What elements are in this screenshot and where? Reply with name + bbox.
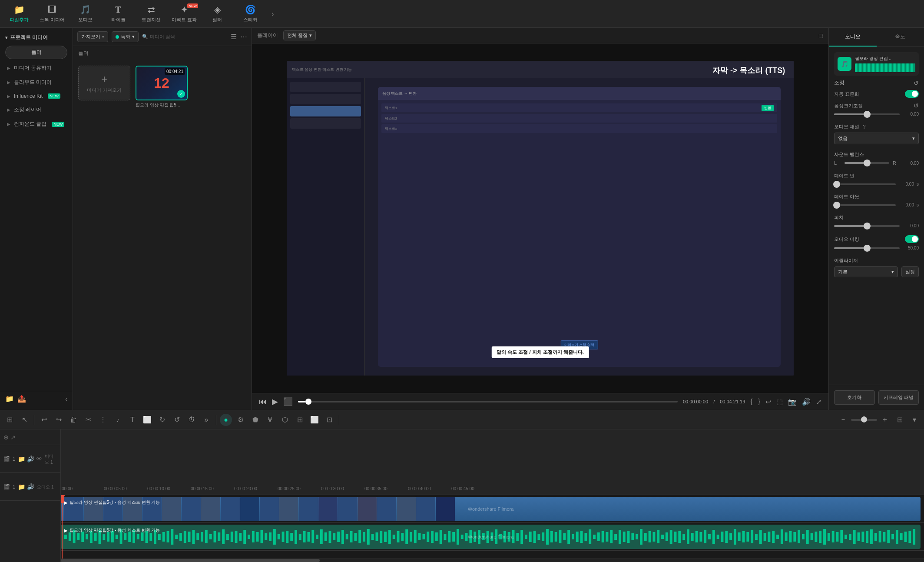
keyframe-btn[interactable]: 키프레임 패널 [878, 390, 919, 405]
toolbar-effects[interactable]: ✦ 이펙트 효과 NEW [169, 2, 200, 26]
stop-btn[interactable]: ⬛ [283, 397, 293, 406]
video-clip[interactable]: ▶ 필모라 영상 편집팁5강 - 음성 텍스트 변환 기능 Wondershar… [61, 497, 921, 521]
toolbar-title[interactable]: T 타이틀 [103, 2, 134, 26]
tab-audio[interactable]: 오디오 [829, 28, 877, 47]
tl-expand-btn[interactable]: ▾ [908, 414, 921, 426]
tl-rotate-btn[interactable]: ↻ [156, 414, 168, 426]
svg-rect-198 [908, 531, 911, 543]
toolbar-more-chevron[interactable]: › [268, 5, 278, 23]
import-dropdown[interactable]: 가져오기 ▾ [77, 31, 108, 42]
sim-panel-header: 음성 텍스트 → 변환 [378, 87, 781, 100]
tl-redo-btn[interactable]: ↪ [53, 414, 65, 426]
tl-select-btn[interactable]: ↖ [18, 414, 30, 426]
camera-icon[interactable]: 📷 [788, 398, 797, 406]
audio-channel-help[interactable]: ? [863, 124, 866, 130]
sidebar-item-adjustment[interactable]: ▶ 조정 레이어 [0, 103, 73, 117]
auto-normalize-toggle[interactable] [905, 90, 919, 98]
tl-grid-view-btn[interactable]: ⊞ [894, 414, 906, 426]
mark-out-icon[interactable]: } [758, 398, 760, 406]
tl-grid-btn[interactable]: ⊞ [3, 414, 16, 426]
sidebar-item-cloud[interactable]: ▶ 클라우드 미디어 [0, 75, 73, 90]
audio-track-volume-icon[interactable]: 🔊 [27, 483, 34, 490]
adjustment-reset-icon[interactable]: ↺ [914, 80, 919, 86]
tl-zoom-in-btn[interactable]: ＋ [879, 414, 891, 426]
ducking-slider[interactable] [834, 247, 900, 249]
volume-icon[interactable]: 🔊 [802, 398, 811, 406]
insert-icon[interactable]: ↩ [765, 398, 771, 406]
tl-more-btn[interactable]: » [200, 414, 212, 426]
record-chevron: ▾ [132, 34, 135, 40]
more-options-icon[interactable]: ⋯ [240, 33, 247, 41]
audio-clip[interactable]: ▶ 필모라 영상 편집팁5강 - 음성 텍스트 변환 기능 Wondershar… [61, 525, 921, 549]
video-track-eye-icon[interactable]: 👁 [36, 456, 42, 462]
fullscreen-icon[interactable]: ⬚ [818, 33, 823, 39]
filter-list-icon[interactable]: ☰ [231, 33, 237, 41]
audio-channel-dropdown[interactable]: 없음 ▾ [834, 133, 919, 144]
sidebar-import-icon[interactable]: 📤 [17, 395, 26, 403]
media-add-btn[interactable]: + 미디어 가져오기 [78, 66, 130, 100]
tl-split-btn[interactable]: ⋮ [97, 414, 109, 426]
balance-slider[interactable] [845, 162, 889, 164]
tl-multi-btn[interactable]: ⊞ [294, 414, 306, 426]
fade-out-slider[interactable] [834, 204, 896, 206]
tab-speed[interactable]: 속도 [877, 28, 924, 47]
progress-bar[interactable] [298, 401, 678, 402]
tl-undo-btn[interactable]: ↩ [38, 414, 50, 426]
video-track-volume-icon[interactable]: 🔊 [27, 456, 34, 462]
quality-dropdown[interactable]: 전체 품질 ▾ [283, 30, 316, 40]
eq-settings-btn[interactable]: 설정 [901, 266, 919, 277]
pitch-slider[interactable] [834, 225, 900, 227]
toolbar-sticker[interactable]: 🌀 스티커 [235, 2, 266, 26]
toolbar-stock-media[interactable]: 🎞 스톡 미디어 [36, 2, 68, 26]
snapshot-icon[interactable]: ⬚ [776, 398, 783, 406]
volume-slider[interactable] [834, 113, 900, 115]
sidebar-item-influence[interactable]: ▶ Influence Kit NEW [0, 90, 73, 103]
tl-clip-btn[interactable]: ⬡ [279, 414, 291, 426]
svg-rect-40 [235, 531, 238, 543]
tl-text-btn[interactable]: T [126, 414, 139, 426]
tl-cut-btn[interactable]: ✂ [82, 414, 94, 426]
toolbar-audio[interactable]: 🎵 오디오 [70, 2, 101, 26]
tl-crop-btn[interactable]: ⬜ [141, 414, 153, 426]
toolbar-filter[interactable]: ◈ 필터 [202, 2, 233, 26]
sidebar-collapse-btn[interactable]: ‹ [65, 396, 67, 402]
media-item-0[interactable]: 12 00:04:21 ✓ 필모라 영상 편집 팁5... [136, 66, 188, 108]
audio-track-folder-icon[interactable]: 📁 [18, 483, 25, 490]
tl-audio-btn[interactable]: ♪ [112, 414, 124, 426]
tl-reverse-btn[interactable]: ↺ [171, 414, 183, 426]
zoom-slider[interactable] [851, 419, 877, 421]
track-settings-icon[interactable]: ↗ [10, 434, 16, 441]
sidebar-item-compound[interactable]: ▶ 컴파운드 클립 NEW [0, 117, 73, 131]
tl-snap-btn[interactable]: ⊡ [323, 414, 335, 426]
skip-back-btn[interactable]: ⏮ [259, 397, 267, 406]
full-screen-icon[interactable]: ⤢ [816, 398, 821, 406]
mark-in-icon[interactable]: { [750, 398, 752, 406]
svg-rect-186 [858, 532, 860, 541]
tl-delete-btn[interactable]: 🗑 [67, 414, 79, 426]
timeline-scrollbar[interactable] [61, 559, 924, 562]
video-track-folder-icon[interactable]: 📁 [18, 456, 25, 462]
svg-rect-180 [832, 531, 835, 542]
toolbar-transition[interactable]: ⇄ 트랜지션 [136, 2, 167, 26]
reset-btn[interactable]: 초기화 [834, 390, 875, 405]
frame-12 [299, 497, 318, 521]
sidebar-folder-btn[interactable]: 폴더 [5, 46, 67, 59]
tl-marker-btn[interactable]: ⬟ [249, 414, 262, 426]
ducking-toggle[interactable] [905, 235, 919, 243]
fade-in-slider[interactable] [834, 183, 896, 185]
tl-effects-btn[interactable]: ⚙ [235, 414, 247, 426]
tl-play-head-btn[interactable]: ● [220, 414, 232, 426]
tl-zoom-out-btn[interactable]: － [837, 414, 849, 426]
add-track-icon[interactable]: ⊕ [3, 434, 9, 441]
toolbar-file-add[interactable]: 📁 파일추가 [3, 2, 35, 26]
record-btn[interactable]: 녹화 ▾ [112, 31, 139, 42]
tl-mic-btn[interactable]: 🎙 [264, 414, 276, 426]
tl-mask-btn[interactable]: ⬜ [308, 414, 321, 426]
timeline-scrollbar-thumb[interactable] [61, 559, 320, 562]
volume-reset-icon[interactable]: ↺ [914, 102, 919, 109]
eq-preset-dropdown[interactable]: 기본 ▾ [834, 266, 898, 277]
play-btn[interactable]: ▶ [272, 397, 278, 406]
tl-speed-btn[interactable]: ⏱ [185, 414, 198, 426]
sidebar-item-media-share[interactable]: ▶ 미디어 공유하기 [0, 61, 73, 75]
sidebar-new-folder-icon[interactable]: 📁 [5, 395, 14, 403]
